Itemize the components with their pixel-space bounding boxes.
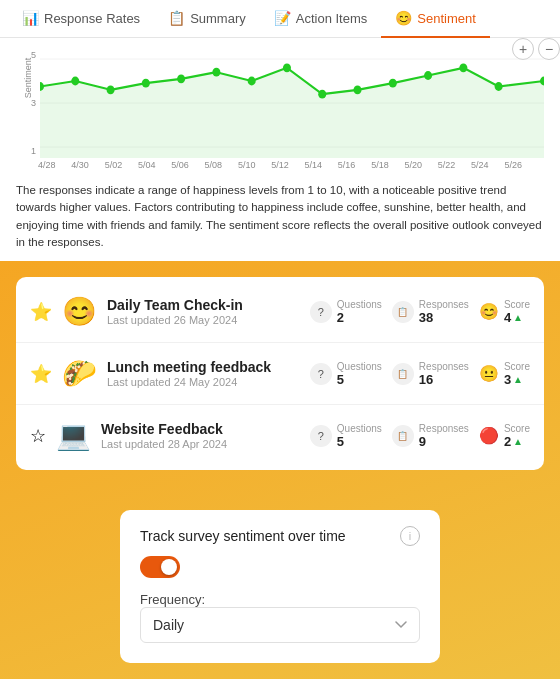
survey-stats-2: ? Questions 5 📋 Responses 9 🔴: [310, 423, 530, 449]
survey-info-1: Lunch meeting feedback Last updated 24 M…: [107, 359, 300, 388]
tab-sentiment[interactable]: 😊 Sentiment: [381, 0, 490, 38]
frequency-label: Frequency:: [140, 592, 420, 607]
action-items-icon: 📝: [274, 10, 291, 26]
toggle-thumb: [161, 559, 177, 575]
tab-summary[interactable]: 📋 Summary: [154, 0, 260, 38]
svg-point-16: [495, 82, 503, 91]
questions-text-1: Questions 5: [337, 361, 382, 387]
svg-point-6: [142, 79, 150, 88]
survey-name-2[interactable]: Website Feedback: [101, 421, 300, 437]
track-toggle[interactable]: [140, 556, 180, 578]
responses-stat-1: 📋 Responses 16: [392, 361, 469, 387]
responses-icon-2: 📋: [392, 425, 414, 447]
responses-text-2: Responses 9: [419, 423, 469, 449]
nav-tabs: 📊 Response Rates 📋 Summary 📝 Action Item…: [0, 0, 560, 38]
toggle-wrap: [140, 556, 420, 578]
svg-point-9: [248, 77, 256, 86]
questions-stat-0: ? Questions 2: [310, 299, 382, 325]
track-title: Track survey sentiment over time: [140, 528, 346, 544]
responses-icon-1: 📋: [392, 363, 414, 385]
score-text-2: Score 2▲: [504, 423, 530, 449]
score-stat-0: 😊 Score 4▲: [479, 299, 530, 325]
score-emoji-2: 🔴: [479, 426, 499, 445]
svg-point-8: [212, 68, 220, 77]
sentiment-chart: [40, 48, 544, 158]
survey-cards-container: ⭐ 😊 Daily Team Check-in Last updated 26 …: [16, 277, 544, 470]
chart-area: + − 5 3 1 Sentiment: [0, 38, 560, 174]
svg-point-12: [353, 85, 361, 94]
orange-section: ⭐ 😊 Daily Team Check-in Last updated 26 …: [0, 261, 560, 679]
frequency-select[interactable]: Daily Weekly Monthly: [140, 607, 420, 643]
y-axis-title: Sentiment: [23, 48, 33, 108]
responses-icon-0: 📋: [392, 301, 414, 323]
track-header: Track survey sentiment over time i: [140, 526, 420, 546]
questions-stat-1: ? Questions 5: [310, 361, 382, 387]
questions-icon-2: ?: [310, 425, 332, 447]
survey-date-2: Last updated 28 Apr 2024: [101, 438, 300, 450]
info-icon[interactable]: i: [400, 526, 420, 546]
star-icon-1[interactable]: ⭐: [30, 363, 52, 385]
survey-emoji-0: 😊: [62, 295, 97, 328]
score-text-1: Score 3▲: [504, 361, 530, 387]
questions-stat-2: ? Questions 5: [310, 423, 382, 449]
responses-stat-0: 📋 Responses 38: [392, 299, 469, 325]
y-label-1: 1: [31, 146, 36, 156]
questions-icon-1: ?: [310, 363, 332, 385]
survey-name-1[interactable]: Lunch meeting feedback: [107, 359, 300, 375]
sentiment-icon: 😊: [395, 10, 412, 26]
svg-point-5: [107, 85, 115, 94]
survey-date-1: Last updated 24 May 2024: [107, 376, 300, 388]
tab-action-items[interactable]: 📝 Action Items: [260, 0, 382, 38]
score-stat-1: 😐 Score 3▲: [479, 361, 530, 387]
questions-text-0: Questions 2: [337, 299, 382, 325]
survey-stats-0: ? Questions 2 📋 Responses 38 😊: [310, 299, 530, 325]
star-icon-0[interactable]: ⭐: [30, 301, 52, 323]
responses-stat-2: 📋 Responses 9: [392, 423, 469, 449]
questions-icon-0: ?: [310, 301, 332, 323]
svg-point-15: [459, 63, 467, 72]
response-rates-icon: 📊: [22, 10, 39, 26]
survey-card-1: ⭐ 🌮 Lunch meeting feedback Last updated …: [16, 343, 544, 405]
survey-card-2: ☆ 💻 Website Feedback Last updated 28 Apr…: [16, 405, 544, 466]
svg-point-14: [424, 71, 432, 80]
responses-text-1: Responses 16: [419, 361, 469, 387]
chart-x-labels: 4/28 4/30 5/02 5/04 5/06 5/08 5/10 5/12 …: [16, 158, 544, 170]
star-icon-2[interactable]: ☆: [30, 425, 46, 447]
tab-response-rates[interactable]: 📊 Response Rates: [8, 0, 154, 38]
survey-info-2: Website Feedback Last updated 28 Apr 202…: [101, 421, 300, 450]
svg-point-7: [177, 74, 185, 83]
survey-name-0[interactable]: Daily Team Check-in: [107, 297, 300, 313]
svg-point-11: [318, 90, 326, 99]
summary-text: The responses indicate a range of happin…: [0, 174, 560, 261]
score-emoji-1: 😐: [479, 364, 499, 383]
survey-card: ⭐ 😊 Daily Team Check-in Last updated 26 …: [16, 281, 544, 343]
svg-point-10: [283, 63, 291, 72]
score-stat-2: 🔴 Score 2▲: [479, 423, 530, 449]
survey-info-0: Daily Team Check-in Last updated 26 May …: [107, 297, 300, 326]
survey-emoji-2: 💻: [56, 419, 91, 452]
survey-stats-1: ? Questions 5 📋 Responses 16 😐: [310, 361, 530, 387]
track-sentiment-box: Track survey sentiment over time i Frequ…: [120, 510, 440, 663]
svg-point-4: [71, 77, 79, 86]
survey-emoji-1: 🌮: [62, 357, 97, 390]
summary-icon: 📋: [168, 10, 185, 26]
score-emoji-0: 😊: [479, 302, 499, 321]
svg-point-13: [389, 79, 397, 88]
questions-text-2: Questions 5: [337, 423, 382, 449]
score-text-0: Score 4▲: [504, 299, 530, 325]
responses-text-0: Responses 38: [419, 299, 469, 325]
survey-date-0: Last updated 26 May 2024: [107, 314, 300, 326]
